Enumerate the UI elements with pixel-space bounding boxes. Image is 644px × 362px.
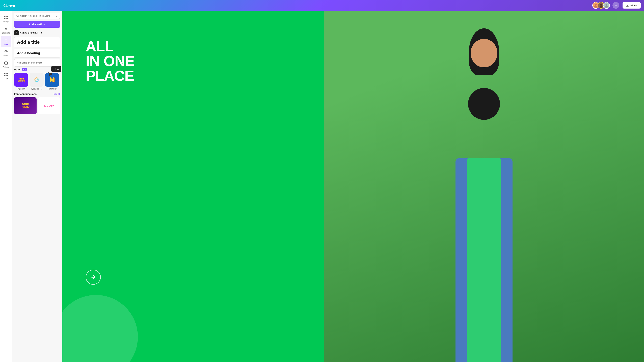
share-button[interactable]: Share xyxy=(622,2,641,8)
svg-point-3 xyxy=(600,6,602,8)
app-card-typegradient[interactable]: G TypeGradient xyxy=(30,73,44,90)
side-panel: Add a textbox Canva Brand Kit ▾ Add a ti… xyxy=(12,11,62,362)
font-combinations-section: Font combinations See all NOWOPEN GLOW xyxy=(14,92,60,114)
svg-rect-14 xyxy=(6,73,8,74)
new-badge: New xyxy=(22,68,27,70)
title-label: Add a title xyxy=(17,39,57,45)
add-textbox-button[interactable]: Add a textbox xyxy=(14,21,60,28)
person-image xyxy=(324,11,644,362)
add-collaborator-button[interactable]: + xyxy=(612,2,619,9)
search-icon xyxy=(16,14,19,17)
font-combo-now-open[interactable]: NOWOPEN xyxy=(14,97,36,114)
svg-rect-12 xyxy=(4,62,8,64)
textmaker-logo: M xyxy=(50,76,54,83)
canvas-blob xyxy=(62,295,138,362)
text-style-heading[interactable]: Add a heading xyxy=(14,49,60,58)
arrow-right-icon xyxy=(90,274,96,280)
svg-point-2 xyxy=(600,4,602,6)
svg-rect-7 xyxy=(6,16,8,17)
canvas-headline: ALL IN ONE PLACE xyxy=(86,39,134,83)
see-all-link[interactable]: See all xyxy=(54,93,60,95)
canvas-arrow-button[interactable] xyxy=(86,270,101,285)
heading-label: Add a heading xyxy=(17,51,57,55)
svg-point-17 xyxy=(16,15,18,16)
text-style-title[interactable]: Add a title xyxy=(14,37,60,47)
typegradient-icon: G xyxy=(30,73,44,87)
headline-line2: IN ONE xyxy=(86,54,134,68)
svg-rect-15 xyxy=(4,75,6,76)
apps-grid: TYPECRAFT Typecraft G TypeGradient M Tex… xyxy=(14,73,60,90)
typecraft-logo: TYPECRAFT xyxy=(18,77,25,82)
header-right: + Share xyxy=(592,2,641,9)
search-input[interactable] xyxy=(20,14,54,17)
typegradient-label: TypeGradient xyxy=(31,88,42,90)
app-card-typecraft[interactable]: TYPECRAFT Typecraft xyxy=(14,73,28,90)
svg-rect-13 xyxy=(4,73,6,74)
main-layout: Design Elements Text xyxy=(0,11,644,362)
headline-line1: ALL xyxy=(86,39,134,54)
sidebar-item-brand[interactable]: Brand xyxy=(1,48,12,58)
text-icon xyxy=(4,38,8,42)
text-style-body[interactable]: Add a little bit of body text xyxy=(14,59,60,66)
typegradient-logo: G xyxy=(34,76,39,83)
avatar-group xyxy=(592,2,610,9)
apps-section-header: Apps New xyxy=(14,68,60,71)
projects-icon xyxy=(4,61,8,65)
combo-now-open-text: NOWOPEN xyxy=(22,103,29,109)
brand-kit-header[interactable]: Canva Brand Kit ▾ xyxy=(14,30,60,35)
svg-point-0 xyxy=(595,4,597,6)
shirt xyxy=(467,158,501,362)
grid-icon xyxy=(4,15,8,20)
brand-kit-icon xyxy=(14,30,19,35)
sidebar-item-projects[interactable]: Projects xyxy=(1,59,12,70)
svg-point-4 xyxy=(606,4,608,6)
face xyxy=(470,39,498,67)
search-bar xyxy=(14,13,60,19)
svg-point-5 xyxy=(605,6,608,8)
sidebar-item-text[interactable]: Text xyxy=(1,36,12,47)
share-icon xyxy=(626,4,629,7)
typecraft-label: Typecraft xyxy=(17,88,25,90)
typecraft-icon: TYPECRAFT xyxy=(14,73,28,87)
svg-point-21 xyxy=(16,32,17,33)
svg-rect-8 xyxy=(4,18,6,19)
sidebar-item-design[interactable]: Design xyxy=(1,13,12,24)
app-header: Canva + Share xyxy=(0,0,644,11)
font-combinations-title: Font combinations xyxy=(14,92,36,95)
brand-icon xyxy=(4,49,8,54)
sidebar-item-apps[interactable]: Apps xyxy=(1,70,12,81)
apps-title: Apps xyxy=(14,68,20,71)
svg-point-10 xyxy=(5,28,7,29)
elements-icon xyxy=(4,26,8,31)
canvas-person xyxy=(324,11,644,362)
apps-icon xyxy=(4,72,8,77)
combo-glow-text: GLOW xyxy=(44,104,54,108)
filter-icon[interactable] xyxy=(55,14,58,17)
apps-section: Lara Apps New TYPECRAFT Typecraft G T xyxy=(14,68,60,90)
svg-rect-16 xyxy=(6,75,8,76)
svg-rect-9 xyxy=(6,18,8,19)
avatar xyxy=(603,2,610,9)
canvas-area: ALL IN ONE PLACE xyxy=(62,11,644,362)
canva-logo: Canva xyxy=(3,3,15,8)
left-nav: Design Elements Text xyxy=(0,11,12,362)
hair-back xyxy=(468,88,500,120)
headline-line3: PLACE xyxy=(86,68,134,83)
svg-rect-6 xyxy=(4,16,6,17)
font-combinations-header: Font combinations See all xyxy=(14,92,60,95)
font-combo-glow[interactable]: GLOW xyxy=(38,97,60,114)
font-combo-grid: NOWOPEN GLOW xyxy=(14,97,60,114)
textmaker-label: Text Maker xyxy=(48,88,56,90)
svg-point-1 xyxy=(594,6,597,8)
canvas-container: ALL IN ONE PLACE xyxy=(62,11,644,362)
sidebar-item-elements[interactable]: Elements xyxy=(1,25,12,35)
body-label: Add a little bit of body text xyxy=(17,61,57,64)
chevron-down-icon: ▾ xyxy=(41,31,60,34)
